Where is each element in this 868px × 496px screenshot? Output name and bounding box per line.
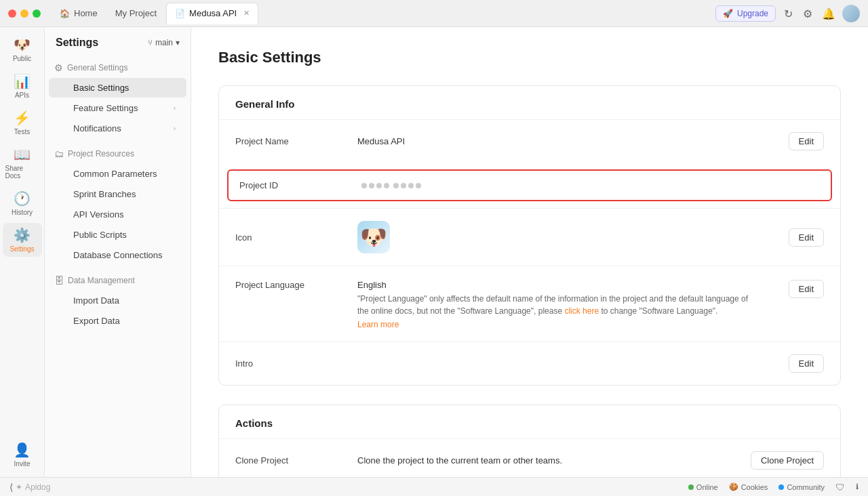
common-parameters-label: Common Parameters: [73, 169, 157, 179]
data-management-label: Data Management: [68, 276, 135, 285]
nav-feature-settings[interactable]: Feature Settings ›: [49, 98, 186, 118]
export-data-label: Export Data: [73, 316, 120, 326]
doc-icon: 📄: [175, 9, 185, 18]
general-info-title: General Info: [219, 86, 840, 119]
feature-settings-label: Feature Settings: [73, 103, 138, 113]
icon-label: Icon: [235, 232, 357, 243]
minimize-button[interactable]: [20, 9, 28, 18]
general-settings-group: ⚙ General Settings Basic Settings Featur…: [45, 56, 191, 142]
chevron-right-icon: ›: [174, 104, 176, 112]
settings-gear-icon: ⚙️: [14, 227, 31, 243]
statusbar-left: ⟨ ✦ Apidog: [9, 482, 50, 493]
general-settings-label: General Settings: [67, 63, 127, 73]
learn-more-link[interactable]: Learn more: [357, 320, 751, 329]
tab-close-button[interactable]: ✕: [243, 9, 250, 18]
online-dot: [688, 484, 694, 490]
tests-icon: ⚡: [14, 110, 31, 126]
project-name-row: Project Name Medusa API Edit: [219, 119, 840, 163]
apis-icon: 📊: [14, 73, 31, 89]
notifications-label: Notifications: [73, 123, 121, 133]
sidebar-item-share-docs[interactable]: 📖 Share Docs: [3, 142, 42, 184]
tab-home[interactable]: 🏠 Home: [52, 3, 106, 24]
actions-title: Actions: [219, 405, 840, 438]
chevron-right-icon-2: ›: [174, 125, 176, 132]
project-name-edit-button[interactable]: Edit: [789, 132, 824, 150]
clone-project-button[interactable]: Clone Project: [751, 451, 824, 470]
cookie-icon: 🍪: [729, 482, 738, 491]
status-info[interactable]: ℹ: [856, 482, 859, 491]
project-id-row: Project ID: [227, 169, 832, 201]
nav-api-versions[interactable]: API Versions: [49, 205, 186, 224]
bell-icon[interactable]: 🔔: [822, 7, 834, 20]
statusbar: ⟨ ✦ Apidog Online 🍪 Cookies Community 🛡 …: [0, 477, 868, 496]
upgrade-button[interactable]: 🚀 Upgrade: [715, 5, 776, 22]
home-icon: 🏠: [60, 9, 70, 18]
nav-notifications[interactable]: Notifications ›: [49, 119, 186, 138]
clone-project-row: Clone Project Clone the project to the c…: [219, 438, 840, 477]
tab-my-project[interactable]: My Project: [107, 3, 165, 24]
sidebar-item-settings-label: Settings: [9, 245, 34, 253]
sidebar-item-settings[interactable]: ⚙️ Settings: [3, 223, 42, 257]
settings-icon[interactable]: ⚙: [803, 7, 815, 20]
shield-icon: 🛡: [835, 482, 845, 493]
invite-icon: 👤: [14, 442, 31, 458]
intro-label: Intro: [235, 358, 357, 369]
sidebar-item-history-label: History: [12, 209, 33, 216]
general-settings-heading[interactable]: ⚙ General Settings: [45, 58, 191, 77]
project-name-label: Project Name: [235, 136, 357, 146]
project-id-value: [361, 183, 421, 188]
actions-card: Actions Clone Project Clone the project …: [218, 405, 841, 477]
public-icon: 🐶: [14, 37, 31, 53]
close-button[interactable]: [8, 9, 16, 18]
icon-row: Icon 🐶 Edit: [219, 208, 840, 266]
refresh-icon[interactable]: ↻: [784, 7, 796, 20]
app-body: 🐶 Public 📊 APIs ⚡ Tests 📖 Share Docs 🕐 H…: [0, 27, 868, 477]
tab-medusa-api[interactable]: 📄 Medusa API ✕: [166, 3, 258, 24]
sidebar-item-history[interactable]: 🕐 History: [3, 186, 42, 220]
nav-export-data[interactable]: Export Data: [49, 311, 186, 331]
maximize-button[interactable]: [33, 9, 41, 18]
project-id-label: Project ID: [239, 180, 361, 190]
nav-import-data[interactable]: Import Data: [49, 291, 186, 310]
project-resources-label: Project Resources: [68, 149, 134, 159]
branch-selector[interactable]: ⑂ main ▾: [148, 38, 180, 47]
intro-edit-button[interactable]: Edit: [789, 354, 824, 373]
nav-basic-settings[interactable]: Basic Settings: [49, 78, 186, 98]
public-scripts-label: Public Scripts: [73, 230, 127, 240]
status-shield[interactable]: 🛡: [835, 482, 845, 493]
click-here-link[interactable]: click here: [564, 306, 599, 316]
main-content: Basic Settings General Info Project Name…: [191, 27, 868, 477]
language-edit-button[interactable]: Edit: [789, 280, 824, 298]
rocket-icon: 🚀: [723, 9, 733, 18]
nav-common-parameters[interactable]: Common Parameters: [49, 164, 186, 184]
icon-edit-button[interactable]: Edit: [789, 228, 824, 247]
apidog-icon: ✦: [16, 482, 22, 492]
data-management-heading[interactable]: 🗄 Data Management: [45, 271, 191, 290]
status-community[interactable]: Community: [778, 483, 825, 491]
nav-database-connections[interactable]: Database Connections: [49, 245, 186, 265]
nav-public-scripts[interactable]: Public Scripts: [49, 225, 186, 245]
sidebar-item-tests[interactable]: ⚡ Tests: [3, 106, 42, 140]
nav-sprint-branches[interactable]: Sprint Branches: [49, 184, 186, 204]
database-connections-label: Database Connections: [73, 250, 163, 260]
upgrade-label: Upgrade: [737, 9, 768, 18]
project-resources-heading[interactable]: 🗂 Project Resources: [45, 144, 191, 163]
avatar[interactable]: [842, 5, 860, 22]
api-versions-label: API Versions: [73, 209, 123, 220]
intro-row: Intro Edit: [219, 342, 840, 385]
titlebar-icons: ↻ ⚙ 🔔: [784, 7, 834, 20]
sidebar-item-invite[interactable]: 👤 Invite: [3, 438, 42, 472]
status-cookies[interactable]: 🍪 Cookies: [729, 482, 768, 491]
history-icon: 🕐: [14, 190, 31, 207]
sprint-branches-label: Sprint Branches: [73, 189, 136, 199]
page-title: Basic Settings: [218, 49, 841, 66]
status-online[interactable]: Online: [688, 483, 718, 491]
sidebar-title: Settings: [56, 37, 98, 49]
collapse-button[interactable]: ⟨: [9, 482, 13, 493]
sidebar-item-public-label: Public: [13, 55, 31, 62]
sidebar-item-apis[interactable]: 📊 APIs: [3, 69, 42, 103]
sidebar-item-public[interactable]: 🐶 Public: [3, 33, 42, 66]
sidebar-header: Settings ⑂ main ▾: [45, 27, 191, 56]
data-management-group: 🗄 Data Management Import Data Export Dat…: [45, 268, 191, 334]
sidebar-item-apis-label: APIs: [15, 91, 29, 99]
